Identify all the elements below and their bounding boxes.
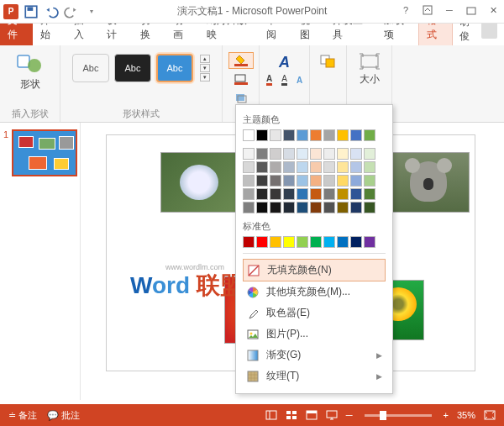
qat-undo[interactable] [44,4,59,19]
color-swatch[interactable] [364,202,375,213]
picture-flower-white[interactable] [160,152,238,213]
color-swatch[interactable] [323,175,335,187]
color-swatch[interactable] [310,129,322,141]
text-outline-button[interactable]: A [278,74,291,86]
view-sorter[interactable] [286,410,297,420]
view-normal[interactable] [265,410,277,420]
color-swatch[interactable] [283,202,295,213]
color-swatch[interactable] [310,148,322,160]
color-swatch[interactable] [270,188,281,200]
maximize-button[interactable] [460,0,482,20]
color-swatch[interactable] [283,161,295,173]
color-swatch[interactable] [364,175,375,187]
gallery-more[interactable]: ▾ [200,73,210,82]
shape-fill-button[interactable] [228,52,254,69]
color-swatch[interactable] [337,161,349,173]
color-swatch[interactable] [256,202,268,213]
color-swatch[interactable] [256,129,268,141]
color-swatch[interactable] [364,161,375,173]
color-swatch[interactable] [270,161,281,173]
color-swatch[interactable] [323,161,335,173]
color-swatch[interactable] [243,161,255,173]
color-swatch[interactable] [283,236,295,248]
color-swatch[interactable] [364,148,375,160]
color-swatch[interactable] [297,161,308,173]
color-swatch[interactable] [256,161,268,173]
color-swatch[interactable] [323,129,335,141]
arrange-button[interactable] [316,52,341,69]
texture-item[interactable]: 纹理(T) ▶ [243,366,386,387]
shape-style-2[interactable]: Abc [114,54,151,82]
color-swatch[interactable] [310,161,322,173]
shape-style-gallery[interactable]: Abc Abc Abc ▴ ▾ ▾ [67,49,215,87]
color-swatch[interactable] [337,202,349,213]
color-swatch[interactable] [243,236,255,248]
color-swatch[interactable] [270,129,281,141]
picture-item[interactable]: 图片(P)... [243,323,386,344]
color-swatch[interactable] [310,175,322,187]
shapes-gallery-button[interactable]: 形状 [11,49,50,95]
color-swatch[interactable] [297,129,308,141]
color-swatch[interactable] [337,236,349,248]
color-swatch[interactable] [256,175,268,187]
color-swatch[interactable] [297,148,308,160]
help-icon[interactable]: ? [395,0,417,20]
color-swatch[interactable] [337,175,349,187]
color-swatch[interactable] [323,236,335,248]
zoom-slider[interactable] [365,414,432,417]
notes-button[interactable]: ≐备注 [8,409,37,422]
color-swatch[interactable] [350,188,362,200]
ribbon-collapse-icon[interactable] [417,0,438,20]
color-swatch[interactable] [323,148,335,160]
color-swatch[interactable] [283,175,295,187]
shape-style-selected[interactable]: Abc [156,54,193,82]
more-colors-item[interactable]: 其他填充颜色(M)... [243,281,386,302]
color-swatch[interactable] [256,236,268,248]
shape-effects-button[interactable] [228,89,254,106]
color-swatch[interactable] [310,236,322,248]
picture-koala[interactable] [381,152,470,213]
no-fill-item[interactable]: 无填充颜色(N) [243,259,386,281]
color-swatch[interactable] [350,236,362,248]
color-swatch[interactable] [297,236,308,248]
zoom-out[interactable]: ─ [346,410,353,420]
color-swatch[interactable] [350,148,362,160]
slide-thumbnails-pane[interactable]: 1 [0,123,81,400]
color-swatch[interactable] [350,161,362,173]
qat-save[interactable] [24,4,39,19]
color-swatch[interactable] [364,236,375,248]
eyedropper-item[interactable]: 取色器(E) [243,302,386,323]
shape-style-1[interactable]: Abc [72,54,109,82]
color-swatch[interactable] [256,188,268,200]
wordart-styles-button[interactable]: A [268,52,302,72]
color-swatch[interactable] [270,148,281,160]
color-swatch[interactable] [310,188,322,200]
color-swatch[interactable] [283,188,295,200]
color-swatch[interactable] [350,129,362,141]
color-swatch[interactable] [270,236,281,248]
color-swatch[interactable] [323,188,335,200]
color-swatch[interactable] [283,148,295,160]
color-swatch[interactable] [297,202,308,213]
shape-outline-button[interactable] [228,71,254,87]
color-swatch[interactable] [243,202,255,213]
color-swatch[interactable] [337,148,349,160]
color-swatch[interactable] [364,129,375,141]
color-swatch[interactable] [283,129,295,141]
color-swatch[interactable] [243,129,255,141]
view-reading[interactable] [306,410,318,420]
comments-button[interactable]: 💬批注 [47,409,80,422]
qat-redo[interactable] [64,4,79,19]
view-slideshow[interactable] [326,410,338,420]
color-swatch[interactable] [243,148,255,160]
qat-customize[interactable]: ▾ [84,4,99,19]
color-swatch[interactable] [310,202,322,213]
color-swatch[interactable] [323,202,335,213]
minimize-button[interactable]: ─ [438,0,460,20]
gradient-item[interactable]: 渐变(G) ▶ [243,344,386,366]
color-swatch[interactable] [297,175,308,187]
color-swatch[interactable] [243,188,255,200]
zoom-level[interactable]: 35% [457,410,475,420]
color-swatch[interactable] [350,175,362,187]
fit-to-window[interactable] [484,410,496,420]
